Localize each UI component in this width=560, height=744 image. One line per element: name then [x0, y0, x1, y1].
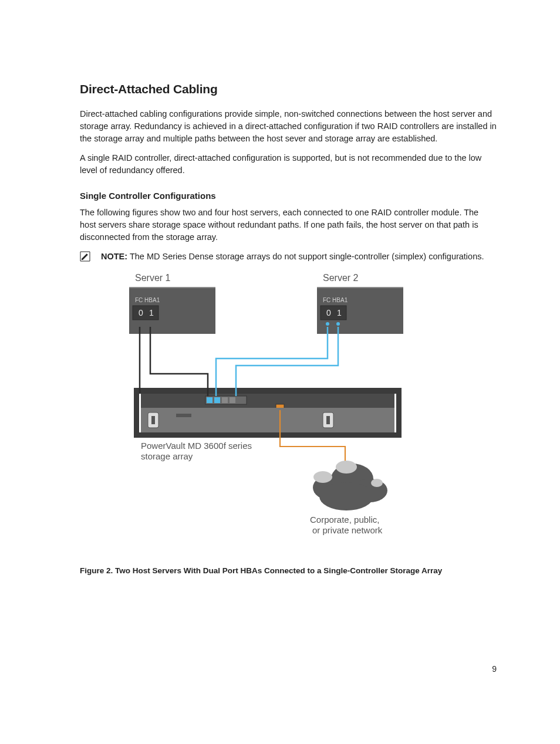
svg-rect-22 — [230, 397, 235, 403]
paragraph-intro-1: Direct-attached cabling configurations p… — [80, 108, 497, 145]
svg-rect-21 — [222, 397, 228, 403]
svg-rect-5 — [148, 321, 153, 327]
label-server-1: Server 1 — [135, 273, 171, 283]
svg-rect-8 — [321, 306, 346, 320]
label-storage-line1: PowerVault MD 3600f series — [141, 441, 252, 451]
svg-point-36 — [336, 461, 357, 474]
svg-point-12 — [336, 322, 340, 326]
svg-rect-14 — [396, 390, 402, 436]
server-2-box: FC HBA1 0 1 — [317, 287, 403, 334]
label-server-2: Server 2 — [323, 273, 359, 283]
label-storage-line2: storage array — [141, 451, 193, 461]
label-hba-1: FC HBA1 — [135, 297, 160, 303]
svg-point-34 — [319, 482, 373, 510]
label-port1-s1: 1 — [149, 308, 154, 317]
label-cloud-line2: or private network — [312, 525, 383, 535]
svg-rect-16 — [134, 432, 402, 438]
note-text: NOTE: The MD Series Dense storage arrays… — [101, 251, 484, 262]
svg-point-37 — [371, 479, 383, 487]
svg-rect-4 — [137, 321, 142, 327]
cloud-network-icon — [313, 461, 387, 510]
svg-rect-24 — [141, 408, 394, 432]
svg-rect-2 — [129, 287, 215, 288]
svg-rect-29 — [176, 414, 191, 417]
svg-rect-15 — [134, 388, 402, 394]
svg-rect-7 — [317, 287, 403, 288]
heading-direct-attached-cabling: Direct-Attached Cabling — [80, 82, 497, 96]
svg-point-35 — [313, 471, 332, 483]
label-hba-2: FC HBA1 — [323, 297, 348, 303]
note-body: The MD Series Dense storage arrays do no… — [127, 252, 484, 261]
svg-rect-28 — [326, 416, 330, 424]
svg-rect-17 — [141, 394, 394, 408]
svg-rect-3 — [133, 306, 158, 320]
label-port0-s2: 0 — [326, 308, 331, 317]
server-1-box: FC HBA1 0 1 — [129, 287, 215, 334]
note-block: NOTE: The MD Series Dense storage arrays… — [80, 251, 497, 262]
heading-single-controller-configurations: Single Controller Configurations — [80, 191, 497, 201]
paragraph-intro-2: A single RAID controller, direct-attache… — [80, 152, 497, 177]
page-number: 9 — [492, 664, 497, 674]
note-pencil-icon — [80, 251, 90, 262]
svg-rect-13 — [134, 390, 139, 436]
diagram-svg: Server 1 Server 2 FC HBA1 0 1 FC HBA1 — [100, 270, 429, 546]
svg-rect-26 — [151, 416, 155, 424]
page: Direct-Attached Cabling Direct-attached … — [0, 0, 560, 744]
label-port1-s2: 1 — [337, 308, 342, 317]
figure-diagram: Server 1 Server 2 FC HBA1 0 1 FC HBA1 — [100, 270, 497, 549]
svg-rect-19 — [207, 397, 212, 403]
note-label: NOTE: — [101, 252, 127, 261]
cable-server1 — [140, 327, 208, 396]
label-port0-s1: 0 — [139, 308, 143, 317]
label-cloud-line1: Corporate, public, — [310, 515, 379, 525]
paragraph-single-controller: The following figures show two and four … — [80, 207, 497, 244]
storage-array — [134, 388, 402, 438]
svg-rect-20 — [214, 397, 220, 403]
svg-point-11 — [326, 322, 329, 326]
figure-caption: Figure 2. Two Host Servers With Dual Por… — [80, 566, 497, 575]
cable-server2 — [216, 327, 338, 396]
